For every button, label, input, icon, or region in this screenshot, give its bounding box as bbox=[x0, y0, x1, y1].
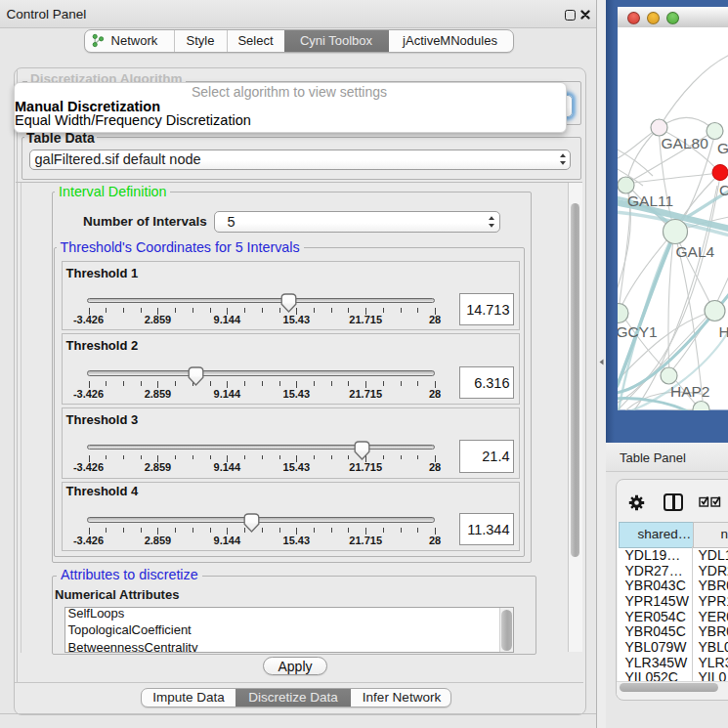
svg-text:C: C bbox=[719, 182, 728, 198]
svg-text:GAL80: GAL80 bbox=[662, 135, 709, 151]
svg-text:G.: G. bbox=[717, 140, 728, 156]
svg-text:GAL4: GAL4 bbox=[676, 243, 715, 260]
svg-text:GAL11: GAL11 bbox=[627, 193, 673, 209]
svg-text:GCY1: GCY1 bbox=[618, 323, 658, 340]
svg-text:H: H bbox=[719, 323, 728, 340]
svg-text:HAP2: HAP2 bbox=[670, 383, 710, 400]
